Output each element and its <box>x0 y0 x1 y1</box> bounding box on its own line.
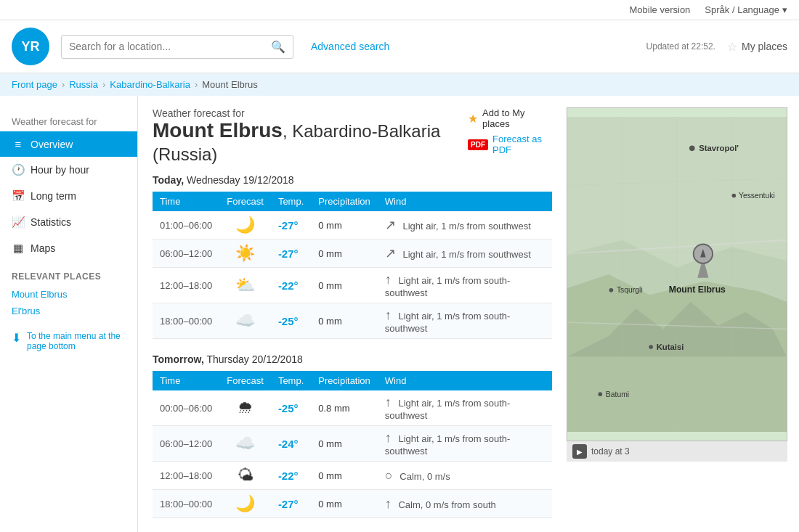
svg-point-26 <box>598 392 602 396</box>
relevant-place-0[interactable]: Mount Elbrus <box>0 286 137 303</box>
sidebar-forecast-label: Weather forecast for <box>12 116 126 127</box>
sidebar-item-hour-by-hour[interactable]: 🕐 Hour by hour <box>0 157 137 183</box>
sidebar-weather-label: Weather forecast for <box>0 107 137 131</box>
svg-point-16 <box>732 194 737 198</box>
col-precip-tom: Precipitation <box>311 371 378 390</box>
today-header: Today, Wednesday 19/12/2018 <box>153 174 552 186</box>
search-box: 🔍 <box>61 35 293 59</box>
temp-cell: -27° <box>271 490 311 518</box>
mobile-version-link[interactable]: Mobile version <box>630 4 691 15</box>
search-input[interactable] <box>69 41 265 52</box>
tomorrow-label: Tomorrow, <box>153 353 204 365</box>
today-section: Today, Wednesday 19/12/2018 Time Forecas… <box>153 174 552 339</box>
breadcrumb-front-page[interactable]: Front page <box>12 79 57 90</box>
svg-text:Batumi: Batumi <box>606 390 629 398</box>
tomorrow-table: Time Forecast Temp. Precipitation Wind 0… <box>153 371 552 518</box>
col-temp-tom: Temp. <box>271 371 311 390</box>
add-to-places-button[interactable]: ★ Add to My places <box>468 107 552 129</box>
relevant-place-1[interactable]: El'brus <box>0 303 137 319</box>
gold-star-icon: ★ <box>468 112 478 126</box>
sidebar-label-maps: Maps <box>31 242 55 254</box>
time-cell: 18:00–00:00 <box>153 303 219 339</box>
top-bar: Mobile version Språk / Language ▾ <box>0 0 799 20</box>
sidebar-item-statistics[interactable]: 📈 Statistics <box>0 209 137 235</box>
wind-cell: ↗ Light air, 1 m/s from southwest <box>378 211 552 240</box>
svg-text:Stavropol': Stavropol' <box>699 144 739 152</box>
precip-cell: 0 mm <box>311 268 378 303</box>
col-time-tom: Time <box>153 371 219 390</box>
svg-text:Kutaisi: Kutaisi <box>657 343 684 351</box>
precip-cell: 0 mm <box>311 490 378 518</box>
col-wind-tom: Wind <box>378 371 552 390</box>
col-time-today: Time <box>153 192 219 211</box>
table-row: 01:00–06:00 🌙 -27° 0 mm ↗ Light air, 1 m… <box>153 211 552 240</box>
time-cell: 01:00–06:00 <box>153 211 219 240</box>
main-content: Weather forecast for Mount Elbrus, Kabar… <box>138 96 567 532</box>
language-selector[interactable]: Språk / Language ▾ <box>705 4 787 15</box>
time-cell: 18:00–00:00 <box>153 490 219 518</box>
main-container: Weather forecast for ≡ Overview 🕐 Hour b… <box>0 96 799 532</box>
forecast-icon-cell: 🌙 <box>219 211 271 240</box>
search-icon[interactable]: 🔍 <box>271 40 285 54</box>
advanced-search-link[interactable]: Advanced search <box>311 41 389 52</box>
table-row: 18:00–00:00 ☁️ -25° 0 mm ↑ Light air, 1 … <box>153 303 552 339</box>
header-actions: ★ Add to My places PDF Forecast as PDF <box>468 107 552 155</box>
svg-point-22 <box>609 288 614 292</box>
wind-cell: ↑ Light air, 1 m/s from south-southwest <box>378 426 552 462</box>
tomorrow-header: Tomorrow, Thursday 20/12/2018 <box>153 353 552 365</box>
sidebar-label-overview: Overview <box>31 139 73 150</box>
map-svg: Stavropol' Yessentuki Mount Elbrus Tsqur… <box>567 108 787 441</box>
svg-text:Mount Elbrus: Mount Elbrus <box>669 285 726 295</box>
time-cell: 00:00–06:00 <box>153 390 219 426</box>
forecast-icon-cell: 🌤 <box>219 462 271 490</box>
table-row: 06:00–12:00 ☁️ -24° 0 mm ↑ Light air, 1 … <box>153 426 552 462</box>
sidebar-label-statistics: Statistics <box>31 216 71 228</box>
wind-cell: ↗ Light air, 1 m/s from southwest <box>378 240 552 268</box>
breadcrumb-kabardino[interactable]: Kabardino-Balkaria <box>110 79 190 90</box>
to-bottom-text: To the main menu at the page bottom <box>27 331 126 351</box>
precip-cell: 0 mm <box>311 240 378 268</box>
wind-description: Light air, 1 m/s from south-southwest <box>385 275 511 298</box>
sidebar-item-overview[interactable]: ≡ Overview <box>0 131 137 157</box>
to-bottom-link[interactable]: ⬇ To the main menu at the page bottom <box>0 319 137 351</box>
forecast-icon-cell: ☁️ <box>219 303 271 339</box>
breadcrumb-russia[interactable]: Russia <box>69 79 98 90</box>
wind-arrow-icon: ↑ <box>385 496 392 511</box>
sidebar-item-long-term[interactable]: 📅 Long term <box>0 183 137 209</box>
wind-arrow-icon: ↗ <box>385 246 396 261</box>
today-date: Wednesday 19/12/2018 <box>187 174 294 186</box>
wind-cell: ↑ Light air, 1 m/s from south-southwest <box>378 268 552 303</box>
forecast-subtitle: Weather forecast for <box>153 107 468 119</box>
time-cell: 06:00–12:00 <box>153 426 219 462</box>
wind-description: Light air, 1 m/s from south-southwest <box>385 311 511 334</box>
map-container[interactable]: Stavropol' Yessentuki Mount Elbrus Tsqur… <box>567 107 787 441</box>
weather-header: Weather forecast for Mount Elbrus, Kabar… <box>153 107 552 165</box>
location-title: Weather forecast for Mount Elbrus, Kabar… <box>153 107 468 165</box>
svg-point-14 <box>689 146 695 152</box>
wind-arrow-icon: ↑ <box>385 430 392 445</box>
forecast-pdf-button[interactable]: PDF Forecast as PDF <box>468 134 552 155</box>
wind-cell: ↑ Light air, 1 m/s from south-southwest <box>378 390 552 426</box>
my-places-button[interactable]: ☆ My places <box>727 40 787 54</box>
table-row: 18:00–00:00 🌙 -27° 0 mm ↑ Calm, 0 m/s fr… <box>153 490 552 518</box>
city-name: Mount Elbrus <box>153 119 283 142</box>
yr-logo[interactable]: YR <box>12 28 49 65</box>
wind-cell: ↑ Light air, 1 m/s from south-southwest <box>378 303 552 339</box>
updated-text: Updated at 22:52. <box>646 41 715 52</box>
calendar-icon: 📅 <box>12 189 25 202</box>
forecast-icon-cell: ☀️ <box>219 240 271 268</box>
wind-arrow-icon: ○ <box>385 468 393 483</box>
forecast-pdf-label: Forecast as PDF <box>492 134 552 155</box>
add-to-places-label: Add to My places <box>482 107 552 129</box>
forecast-icon-cell: ☁️ <box>219 426 271 462</box>
temp-cell: -22° <box>271 462 311 490</box>
down-arrow-icon: ⬇ <box>12 331 21 345</box>
map-play-button[interactable]: ▶ <box>572 444 587 459</box>
temp-cell: -27° <box>271 211 311 240</box>
today-label: Today, <box>153 174 184 186</box>
table-row: 12:00–18:00 🌤 -22° 0 mm ○ Calm, 0 m/s <box>153 462 552 490</box>
svg-text:Tsqurgli: Tsqurgli <box>617 286 643 294</box>
temp-cell: -25° <box>271 390 311 426</box>
wind-description: Light air, 1 m/s from southwest <box>402 221 530 232</box>
sidebar-item-maps[interactable]: ▦ Maps <box>0 235 137 261</box>
